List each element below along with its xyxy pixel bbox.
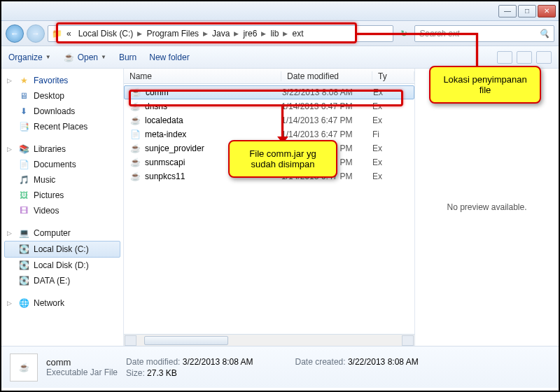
file-type: Fi [372, 130, 414, 139]
file-row[interactable]: ☕localedata1/14/2013 6:47 PMEx [124, 113, 414, 127]
computer-icon: 💻 [18, 227, 29, 239]
details-created: 3/22/2013 8:08 AM [348, 357, 419, 367]
toolbar-right [497, 51, 552, 64]
sidebar-item-disk-c[interactable]: 💽Local Disk (C:) [4, 241, 120, 258]
help-button[interactable] [536, 51, 552, 64]
view-button[interactable] [497, 51, 512, 64]
recent-icon: 📑 [18, 121, 29, 132]
file-list[interactable]: ☕comm3/22/2013 8:08 AMEx☕dnsns1/14/2013 … [124, 84, 414, 334]
forward-button[interactable]: → [27, 24, 45, 43]
sidebar-item-desktop[interactable]: 🖥Desktop [4, 88, 120, 104]
chevron-right-icon: ▶ [203, 30, 208, 37]
annotation-callout-file: File comm.jar yg sudah disimpan [228, 140, 337, 178]
file-name: comm [146, 88, 169, 97]
preview-text: No preview available. [447, 202, 526, 212]
libraries-icon: 📚 [18, 144, 29, 155]
horizontal-scrollbar[interactable] [124, 334, 414, 346]
file-row[interactable]: 📄meta-index1/14/2013 6:47 PMFi [124, 127, 414, 141]
jar-icon: ☕ [130, 87, 141, 98]
desktop-icon: 🖥 [18, 90, 29, 102]
column-headers[interactable]: Name Date modified Ty [124, 69, 414, 84]
file-type: Ex [373, 88, 414, 97]
file-type: Ex [372, 102, 414, 111]
crumb-jre6[interactable]: jre6 [240, 29, 260, 38]
crumb-java[interactable]: Java [209, 29, 232, 38]
back-button[interactable]: ← [6, 24, 24, 43]
file-type: Ex [372, 158, 414, 167]
details-name: comm [46, 357, 118, 368]
collapse-icon: ▷ [7, 230, 14, 237]
file-row[interactable]: ☕dnsns1/14/2013 6:47 PMEx [124, 99, 414, 113]
videos-icon: 🎞 [18, 205, 29, 216]
disk-icon: 💽 [18, 244, 29, 255]
sidebar-item-music[interactable]: 🎵Music [4, 172, 120, 188]
crumb-prefix: « [64, 29, 74, 38]
annotation-arrow [281, 106, 284, 140]
column-name[interactable]: Name [124, 71, 281, 81]
sidebar-favorites[interactable]: ▷★Favorites [4, 73, 120, 88]
details-modified-label: Date modified: [126, 357, 180, 367]
file-name: sunjce_provider [145, 144, 204, 153]
collapse-icon: ▷ [7, 77, 14, 84]
navigation-pane: ▷★Favorites 🖥Desktop ⬇Downloads 📑Recent … [1, 69, 124, 346]
open-button[interactable]: ☕Open▼ [64, 52, 106, 63]
main: ▷★Favorites 🖥Desktop ⬇Downloads 📑Recent … [1, 69, 559, 346]
java-icon: ☕ [64, 52, 75, 63]
chevron-right-icon: ▶ [261, 30, 266, 37]
details-type: Executable Jar File [46, 368, 118, 377]
crumb-c[interactable]: Local Disk (C:) [76, 29, 136, 38]
crumb-program-files[interactable]: Program Files [144, 29, 202, 38]
file-type: Ex [372, 172, 414, 181]
column-type[interactable]: Ty [372, 71, 414, 81]
file-date: 3/22/2013 8:08 AM [282, 88, 373, 97]
collapse-icon: ▷ [7, 146, 14, 153]
annotation-arrow [476, 33, 478, 66]
minimize-button[interactable]: — [498, 5, 517, 18]
organize-button[interactable]: Organize▼ [8, 52, 51, 62]
sidebar-item-disk-d[interactable]: 💽Local Disk (D:) [4, 258, 120, 273]
maximize-button[interactable]: □ [518, 5, 536, 18]
file-row[interactable]: ☕comm3/22/2013 8:08 AMEx [124, 85, 414, 99]
scroll-left-button[interactable] [125, 335, 136, 346]
network-icon: 🌐 [18, 298, 29, 309]
file-name: sunpkcs11 [145, 172, 185, 181]
new-folder-button[interactable]: New folder [149, 52, 189, 62]
annotation-callout-location: Lokasi penyimpanan file [429, 66, 541, 104]
sidebar-item-recent[interactable]: 📑Recent Places [4, 119, 120, 134]
annotation-arrow [357, 33, 476, 35]
column-date[interactable]: Date modified [281, 71, 372, 81]
titlebar: — □ ✕ [1, 1, 559, 21]
preview-pane-button[interactable] [517, 51, 532, 64]
collapse-icon: ▷ [7, 300, 14, 307]
file-type: Ex [372, 144, 414, 153]
burn-button[interactable]: Burn [119, 52, 136, 62]
disk-icon: 💽 [18, 275, 29, 286]
downloads-icon: ⬇ [18, 106, 29, 117]
file-name: localedata [145, 115, 183, 125]
file-list-pane: Name Date modified Ty ☕comm3/22/2013 8:0… [124, 69, 415, 346]
sidebar-computer[interactable]: ▷💻Computer [4, 225, 120, 241]
sidebar-item-disk-e[interactable]: 💽DATA (E:) [4, 273, 120, 288]
sidebar-libraries[interactable]: ▷📚Libraries [4, 141, 120, 157]
details-pane: ☕ comm Executable Jar File Date modified… [1, 346, 559, 388]
sidebar-item-pictures[interactable]: 🖼Pictures [4, 188, 120, 203]
scroll-right-button[interactable] [402, 335, 414, 346]
jar-icon: ☕ [130, 157, 141, 168]
star-icon: ★ [18, 75, 29, 86]
sidebar-item-documents[interactable]: 📄Documents [4, 157, 120, 172]
crumb-ext[interactable]: ext [289, 29, 306, 38]
jar-icon: ☕ [130, 115, 141, 126]
search-icon: 🔍 [539, 29, 550, 38]
address-bar[interactable]: 📁 « Local Disk (C:)▶ Program Files▶ Java… [48, 25, 393, 42]
details-created-label: Date created: [295, 357, 346, 367]
crumb-lib[interactable]: lib [267, 29, 281, 38]
scroll-thumb[interactable] [144, 336, 228, 345]
sidebar-network[interactable]: ▷🌐Network [4, 295, 120, 311]
file-name: sunmscapi [145, 158, 185, 167]
sidebar-item-downloads[interactable]: ⬇Downloads [4, 104, 120, 119]
close-button[interactable]: ✕ [538, 5, 556, 18]
details-size: 27.3 KB [147, 368, 177, 378]
disk-icon: 💽 [18, 260, 29, 271]
chevron-right-icon: ▶ [234, 30, 239, 37]
sidebar-item-videos[interactable]: 🎞Videos [4, 203, 120, 218]
